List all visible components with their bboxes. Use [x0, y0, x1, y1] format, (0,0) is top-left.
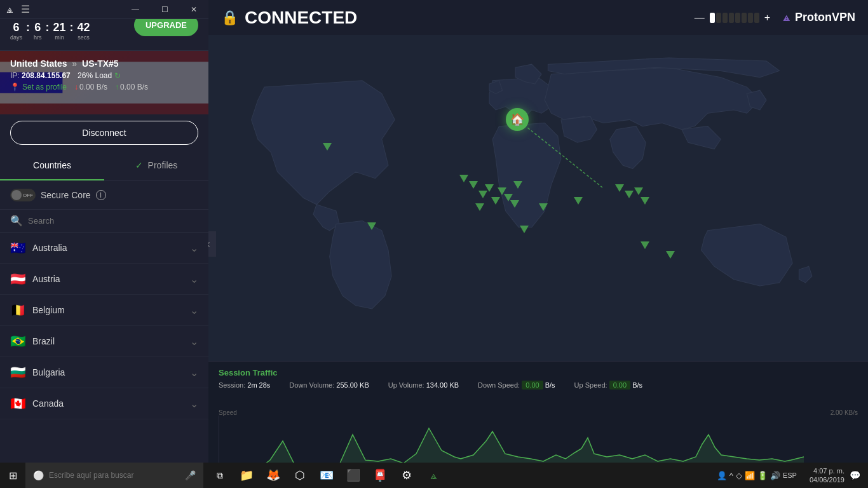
disconnect-button[interactable]: Disconnect	[10, 121, 198, 145]
vpn-taskbar-icon[interactable]: ⟁	[422, 464, 445, 487]
world-map-svg	[208, 35, 868, 361]
server-marker	[641, 197, 649, 205]
settings-icon[interactable]: ⚙	[395, 464, 418, 487]
progress-plus-icon[interactable]: +	[762, 12, 773, 24]
title-bar-right: — ☐ ✕	[121, 0, 208, 19]
down-vol-label: Down Volume:	[289, 381, 334, 389]
up-vol-value: 134.00	[426, 381, 448, 389]
server-marker	[574, 197, 583, 205]
file-explorer-icon[interactable]: 📁	[235, 464, 258, 487]
austria-flag: 🇦🇹	[10, 271, 26, 287]
bulgaria-flag: 🇧🇬	[10, 365, 26, 380]
hrs-label: hrs	[34, 34, 42, 41]
expand-bulgaria-icon[interactable]: ⌄	[190, 367, 198, 379]
search-box: 🔍	[0, 210, 208, 233]
down-speed-label: Down Speed:	[478, 381, 520, 389]
server-marker	[625, 191, 634, 198]
down-speed-unit: B/s	[545, 381, 555, 389]
expand-belgium-icon[interactable]: ⌄	[190, 304, 198, 316]
volume-icon[interactable]: 🔊	[770, 471, 780, 480]
user-icon[interactable]: 👤	[717, 471, 727, 480]
network-icon[interactable]: 📶	[745, 471, 755, 480]
load-icon: ↻	[114, 71, 121, 80]
days-value: 6	[13, 21, 20, 34]
mail-icon[interactable]: 📧	[315, 464, 338, 487]
3d-viewer-icon[interactable]: ⬡	[288, 464, 311, 487]
taskbar-app-icons: ⧉ 📁 🦊 ⬡ 📧 ⬛ 📮 ⚙ ⟁	[203, 464, 712, 487]
right-panel: ‹ 🔒 CONNECTED — +	[208, 0, 868, 488]
close-button[interactable]: ✕	[179, 0, 208, 19]
terminal-icon[interactable]: ⬛	[342, 464, 365, 487]
collapse-panel-button[interactable]: ‹	[208, 231, 216, 257]
session-title: Session Traffic	[219, 368, 858, 377]
list-item[interactable]: 🇧🇬 Bulgaria ⌄	[0, 357, 208, 388]
days-unit: 6 days	[10, 21, 22, 41]
down-speed: ↓ 0.00 B/s	[74, 83, 107, 92]
brazil-flag: 🇧🇷	[10, 334, 26, 349]
up-speed-unit: B/s	[632, 381, 642, 389]
secure-core-label: Secure Core	[41, 190, 91, 200]
taskbar-search-box: ⚪ 🎤	[25, 463, 203, 488]
toggle-off-label: OFF	[23, 193, 33, 198]
seg-2	[716, 13, 721, 23]
hrs-unit: 6 hrs	[34, 21, 42, 41]
tab-countries[interactable]: Countries	[0, 151, 104, 180]
task-view-button[interactable]: ⧉	[208, 464, 231, 487]
language-label: ESP	[783, 471, 797, 479]
left-panel: ⟁ ☰ — ☐ ✕ Free trial expires in: 6 days …	[0, 0, 208, 488]
list-item[interactable]: 🇧🇪 Belgium ⌄	[0, 295, 208, 326]
taskbar: ⊞ ⚪ 🎤 ⧉ 📁 🦊 ⬡ 📧 ⬛ 📮 ⚙ ⟁ 👤 ^ ◇ 📶 🔋 🔊 ESP …	[0, 463, 868, 488]
outlook-icon[interactable]: 📮	[369, 464, 391, 487]
progress-minus-icon[interactable]: —	[692, 12, 707, 24]
expand-austria-icon[interactable]: ⌄	[190, 273, 198, 285]
graph-container	[219, 416, 858, 469]
ip-label: IP:	[10, 71, 20, 80]
session-stat: Session: 2m 28s	[219, 381, 270, 389]
minimize-button[interactable]: —	[121, 0, 150, 19]
list-item[interactable]: 🇨🇦 Canada ⌄	[0, 388, 208, 419]
country-list: 🇦🇺 Australia ⌄ 🇦🇹 Austria ⌄ 🇧🇪 Belgium ⌄…	[0, 233, 208, 488]
up-vol-unit: KB	[449, 381, 459, 389]
dropbox-icon[interactable]: ◇	[736, 471, 742, 480]
start-button[interactable]: ⊞	[0, 463, 25, 488]
up-speed-value: 0.00 B/s	[120, 83, 148, 92]
notification-bell-icon[interactable]: 💬	[850, 470, 860, 480]
expand-canada-icon[interactable]: ⌄	[190, 398, 198, 410]
server-marker	[666, 251, 675, 259]
proton-vpn-icon: ⟁	[783, 11, 790, 24]
expand-brazil-icon[interactable]: ⌄	[190, 336, 198, 348]
secs-value: 42	[78, 21, 90, 34]
hamburger-icon[interactable]: ☰	[21, 3, 30, 15]
expand-australia-icon[interactable]: ⌄	[190, 242, 198, 254]
server-marker	[615, 184, 624, 192]
maximize-button[interactable]: ☐	[150, 0, 179, 19]
chevron-up-icon[interactable]: ^	[729, 471, 733, 480]
server-marker	[475, 203, 484, 211]
search-input[interactable]	[28, 216, 198, 226]
set-profile-link[interactable]: 📍 Set as profile	[10, 83, 67, 92]
seg-8	[754, 13, 759, 23]
lock-icon: 🔒	[221, 10, 238, 26]
taskbar-mic-icon[interactable]: 🎤	[185, 470, 196, 480]
firefox-icon[interactable]: 🦊	[262, 464, 285, 487]
seg-6	[742, 13, 747, 23]
down-speed-value: 0.00	[522, 381, 543, 390]
battery-icon[interactable]: 🔋	[757, 471, 768, 480]
colon-1: :	[25, 21, 31, 41]
secure-core-toggle[interactable]: OFF	[10, 189, 36, 201]
info-icon[interactable]: i	[96, 190, 106, 200]
country-name: United States	[10, 58, 67, 69]
canada-flag: 🇨🇦	[10, 396, 26, 411]
taskbar-search-input[interactable]	[49, 471, 180, 480]
list-item[interactable]: 🇧🇷 Brazil ⌄	[0, 326, 208, 357]
country-name-belgium: Belgium	[32, 305, 184, 315]
tab-profiles[interactable]: ✓ Profiles	[104, 151, 208, 180]
list-item[interactable]: 🇦🇺 Australia ⌄	[0, 233, 208, 264]
pin-icon: 📍	[10, 83, 20, 92]
country-name-bulgaria: Bulgaria	[32, 367, 184, 377]
seg-7	[748, 13, 753, 23]
server-name: US-TX#5	[82, 58, 119, 69]
progress-segments	[710, 13, 759, 23]
list-item[interactable]: 🇦🇹 Austria ⌄	[0, 264, 208, 295]
server-marker	[469, 181, 478, 189]
